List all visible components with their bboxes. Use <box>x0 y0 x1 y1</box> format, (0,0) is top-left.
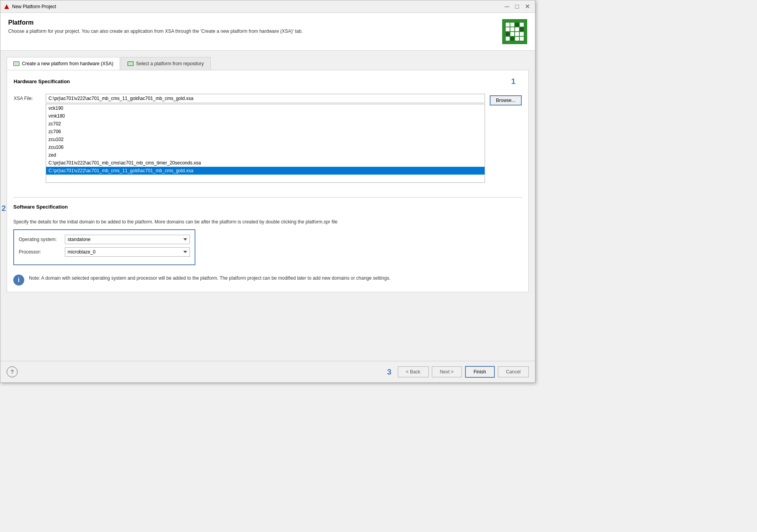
info-icon: i <box>13 275 24 286</box>
close-button[interactable]: ✕ <box>523 2 532 11</box>
help-button[interactable]: ? <box>7 366 18 377</box>
title-bar: New Platform Project ─ □ ✕ <box>0 0 535 13</box>
page-description: Choose a platform for your project. You … <box>8 29 502 34</box>
tab-bar: Create a new platform from hardware (XSA… <box>7 57 529 70</box>
title-bar-controls: ─ □ ✕ <box>502 2 532 11</box>
os-label: Operating system: <box>19 237 62 242</box>
step-3-area: 3 <box>18 368 392 377</box>
processor-row: Processor: microblaze_0 <box>19 247 190 257</box>
panel-content: Hardware Specification 1 XSA File: vck19… <box>7 70 529 292</box>
list-item[interactable]: zcu102 <box>46 136 485 143</box>
list-item[interactable]: C:\prj\ac701\v222\ac701_mb_cms\ac701_mb_… <box>46 159 485 167</box>
hardware-spec-header: Hardware Specification 1 <box>14 79 522 89</box>
list-item[interactable]: zc706 <box>46 128 485 136</box>
logo-cell <box>506 32 510 36</box>
step-2-number: 2 <box>2 204 6 213</box>
xsa-file-input[interactable] <box>46 94 485 103</box>
logo-cell <box>506 27 510 31</box>
logo-cell <box>520 23 524 27</box>
logo-cell <box>520 32 524 36</box>
logo-grid <box>506 23 524 41</box>
svg-rect-2 <box>14 62 18 65</box>
svg-rect-4 <box>129 62 132 65</box>
step-1-number: 1 <box>511 77 515 86</box>
processor-label: Processor: <box>19 249 62 255</box>
list-item[interactable]: zcu106 <box>46 143 485 151</box>
repository-tab-icon <box>127 61 134 67</box>
logo-cell <box>515 27 519 31</box>
logo-cell <box>520 37 524 41</box>
title-bar-left: New Platform Project <box>4 4 56 10</box>
os-select[interactable]: standalone linux freertos <box>65 235 190 244</box>
software-spec-header: Software Specification 2 <box>13 204 522 214</box>
logo <box>502 19 527 44</box>
list-item-empty <box>46 175 485 182</box>
step-3-number: 3 <box>387 368 391 377</box>
window-content: Platform Choose a platform for your proj… <box>0 13 535 382</box>
software-description: Specify the details for the initial doma… <box>13 219 522 225</box>
logo-cell <box>520 27 524 31</box>
hardware-spec-section: Hardware Specification 1 XSA File: vck19… <box>13 77 522 191</box>
tab-hardware-label: Create a new platform from hardware (XSA… <box>22 61 113 66</box>
xsa-content: vck190 vmk180 zc702 zc706 zcu102 zcu106 … <box>46 94 485 183</box>
footer-left: ? <box>7 366 18 377</box>
main-area: Create a new platform from hardware (XSA… <box>0 51 535 361</box>
logo-cell <box>515 32 519 36</box>
list-item-selected[interactable]: C:\prj\ac701\v222\ac701_mb_cms_11_gold\a… <box>46 167 485 175</box>
processor-select[interactable]: microblaze_0 <box>65 247 190 257</box>
logo-cell <box>506 37 510 41</box>
footer-right: < Back Next > Finish Cancel <box>398 366 529 378</box>
svg-marker-0 <box>4 4 9 9</box>
cancel-button[interactable]: Cancel <box>498 366 529 377</box>
page-title: Platform <box>8 19 502 26</box>
browse-area: Browse... <box>490 94 522 105</box>
next-button[interactable]: Next > <box>432 366 462 377</box>
finish-button[interactable]: Finish <box>465 366 495 378</box>
tab-hardware[interactable]: Create a new platform from hardware (XSA… <box>7 57 120 70</box>
back-button[interactable]: < Back <box>398 366 429 377</box>
software-spec-section: Software Specification 2 Specify the det… <box>13 204 522 286</box>
logo-cell <box>510 27 514 31</box>
minimize-button[interactable]: ─ <box>502 2 512 11</box>
logo-cell <box>510 32 514 36</box>
section-divider <box>13 197 522 198</box>
main-window: New Platform Project ─ □ ✕ Platform Choo… <box>0 0 535 383</box>
logo-cell <box>510 37 514 41</box>
logo-cell <box>515 23 519 27</box>
footer: ? 3 < Back Next > Finish Cancel <box>0 361 535 382</box>
list-item[interactable]: vmk180 <box>46 112 485 120</box>
list-item[interactable]: vck190 <box>46 104 485 112</box>
spec-box: Operating system: standalone linux freer… <box>13 229 195 265</box>
xsa-file-label: XSA File: <box>14 94 33 101</box>
hardware-spec-title: Hardware Specification <box>14 79 70 84</box>
xsa-dropdown-list: vck190 vmk180 zc702 zc706 zcu102 zcu106 … <box>46 104 485 183</box>
tab-repository-label: Select a platform from repository <box>136 61 204 66</box>
logo-cell <box>510 23 514 27</box>
app-icon <box>4 4 10 10</box>
logo-cell <box>515 37 519 41</box>
list-item[interactable]: zed <box>46 151 485 159</box>
os-row: Operating system: standalone linux freer… <box>19 235 190 244</box>
header-area: Platform Choose a platform for your proj… <box>0 13 535 51</box>
software-spec-title: Software Specification <box>13 204 68 210</box>
note-text: Note: A domain with selected operating s… <box>29 275 390 282</box>
list-item[interactable]: zc702 <box>46 120 485 128</box>
header-text: Platform Choose a platform for your proj… <box>8 19 502 34</box>
xsa-file-row: XSA File: vck190 vmk180 zc702 zc706 zcu1… <box>14 94 522 183</box>
note-box: i Note: A domain with selected operating… <box>13 275 522 286</box>
maximize-button[interactable]: □ <box>512 2 522 11</box>
tab-repository[interactable]: Select a platform from repository <box>121 57 210 70</box>
browse-button[interactable]: Browse... <box>490 95 522 105</box>
window-title: New Platform Project <box>12 4 56 9</box>
logo-cell <box>506 23 510 27</box>
hardware-tab-icon <box>13 61 20 67</box>
